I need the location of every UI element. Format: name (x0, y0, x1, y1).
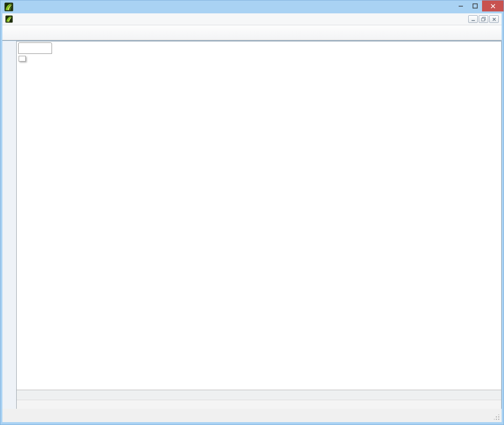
tab-s21-sweep[interactable] (18, 42, 52, 54)
resize-grip[interactable] (494, 415, 500, 420)
app-window (0, 0, 504, 425)
cursor-value-row (17, 400, 501, 410)
cursor-header-row (17, 390, 501, 400)
legend-box (19, 56, 26, 62)
cursor-readout-bar (17, 390, 501, 409)
chart-canvas[interactable] (0, 0, 504, 425)
status-strip (2, 409, 502, 422)
